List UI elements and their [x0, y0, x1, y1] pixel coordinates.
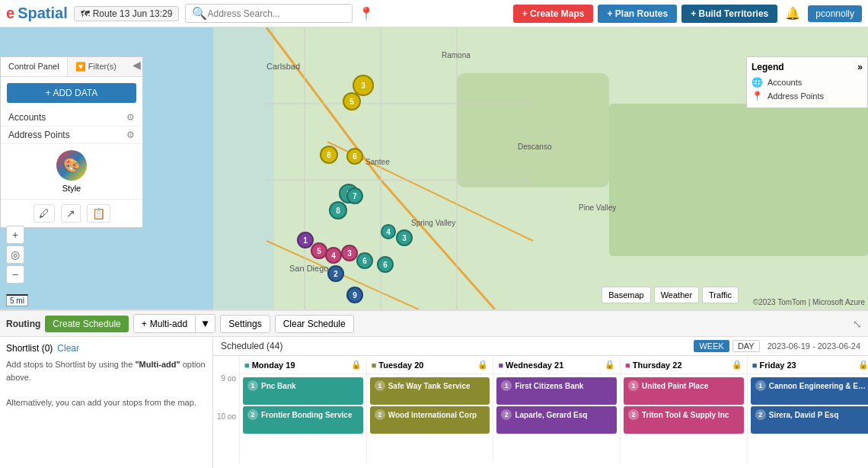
event-name-1-1: Wood International Corp — [388, 411, 477, 419]
event-card-3-1[interactable]: 2Triton Tool & Supply Inc — [624, 406, 744, 434]
day-events-2: 1First Citizens Bank2Laparle, Gerard Esq — [493, 374, 620, 435]
tab-control-panel[interactable]: Control Panel — [1, 57, 68, 76]
event-name-3-1: Triton Tool & Supply Inc — [642, 411, 729, 419]
style-section: 🎨 Style — [1, 144, 142, 199]
event-card-0-1[interactable]: 2Frontier Bonding Service — [243, 406, 363, 434]
header-actions: + Create Maps + Plan Routes + Build Terr… — [513, 5, 862, 23]
zoom-in-button[interactable]: + — [6, 226, 24, 244]
day-col-0: ■Monday 19🔒1Pnc Bank2Frontier Bonding Se… — [240, 356, 367, 463]
multi-add-dropdown[interactable]: ▼ — [196, 315, 215, 332]
marker-13[interactable]: 6 — [356, 252, 373, 269]
header: eSpatial 🗺 Route 13 Jun 13:29 🔍 📍 + Crea… — [0, 0, 868, 27]
event-name-1-0: Safe Way Tank Service — [388, 382, 471, 390]
clear-schedule-button[interactable]: Clear Schedule — [275, 315, 354, 333]
legend-address-icon: 📍 — [752, 91, 763, 101]
event-card-0-0[interactable]: 1Pnc Bank — [243, 377, 363, 405]
calendar-grid: 9 oo 10 oo ■Monday 19🔒1Pnc Bank2Frontier… — [213, 356, 868, 463]
marker-12[interactable]: 3 — [341, 245, 358, 261]
marker-15[interactable]: 3 — [396, 229, 413, 246]
day-events-0: 1Pnc Bank2Frontier Bonding Service — [240, 374, 366, 435]
traffic-button[interactable]: Traffic — [702, 287, 739, 303]
location-pin-icon[interactable]: 📍 — [359, 6, 374, 21]
marker-2[interactable]: 5 — [343, 92, 361, 111]
day-header-4: ■Friday 23🔒 — [748, 356, 868, 374]
panel-tool-2[interactable]: ↗ — [61, 204, 81, 223]
marker-4[interactable]: 6 — [346, 148, 363, 165]
routing-content: Shortlist (0) Clear Add stops to Shortli… — [0, 337, 868, 468]
zoom-out-button[interactable]: − — [6, 265, 24, 284]
location-button[interactable]: ◎ — [6, 245, 24, 264]
day-header-3: ■Thursday 22🔒 — [621, 356, 747, 374]
schedule-panel: Scheduled (44) WEEK DAY 2023-06-19 - 202… — [213, 337, 868, 468]
shortlist-panel: Shortlist (0) Clear Add stops to Shortli… — [0, 337, 213, 468]
create-maps-button[interactable]: + Create Maps — [513, 5, 594, 23]
shortlist-hint: Add stops to Shortlist by using the "Mul… — [6, 358, 206, 409]
search-bar[interactable]: 🔍 — [185, 4, 353, 23]
marker-17[interactable]: 9 — [346, 287, 363, 303]
logo[interactable]: eSpatial — [6, 5, 68, 22]
accounts-item: Accounts ⚙ — [1, 109, 142, 127]
map-area[interactable]: Carlsbad Ramona Descanso Pine Valley Spr… — [0, 27, 868, 309]
marker-14[interactable]: 6 — [377, 256, 394, 273]
event-card-1-0[interactable]: 1Safe Way Tank Service — [370, 377, 490, 405]
basemap-button[interactable]: Basemap — [602, 287, 650, 303]
event-card-4-1[interactable]: 2Sirera, David P Esq — [751, 406, 868, 434]
expand-icon[interactable]: ⤡ — [853, 318, 862, 330]
event-num-1-1: 2 — [375, 409, 385, 420]
multi-add-button[interactable]: + Multi-add — [134, 316, 196, 332]
svg-rect-3 — [457, 73, 609, 188]
week-toggle[interactable]: WEEK — [694, 340, 729, 352]
build-territories-button[interactable]: + Build Territories — [681, 5, 777, 23]
style-icon[interactable]: 🎨 — [56, 150, 87, 181]
svg-text:Ramona: Ramona — [442, 51, 471, 59]
routing-toolbar: Routing Create Schedule + Multi-add ▼ Se… — [0, 311, 868, 337]
time-column: 9 oo 10 oo — [213, 356, 240, 463]
day-col-1: ■Tuesday 20🔒1Safe Way Tank Service2Wood … — [367, 356, 494, 463]
panel-tool-3[interactable]: 📋 — [87, 204, 110, 223]
legend-expand-button[interactable]: » — [857, 62, 863, 72]
shortlist-clear-button[interactable]: Clear — [57, 343, 79, 354]
legend-accounts: 🌐 Accounts — [752, 75, 863, 89]
weather-button[interactable]: Weather — [654, 287, 699, 303]
route-badge: 🗺 Route 13 Jun 13:29 — [74, 6, 180, 21]
day-toggle[interactable]: DAY — [732, 340, 760, 352]
left-panel: Control Panel 🔽 Filter(s) ◀ + ADD DATA A… — [0, 56, 143, 228]
event-name-0-1: Frontier Bonding Service — [261, 411, 352, 419]
marker-8[interactable]: 4 — [381, 224, 396, 239]
event-card-2-1[interactable]: 2Laparle, Gerard Esq — [496, 406, 617, 434]
create-schedule-button[interactable]: Create Schedule — [45, 316, 128, 332]
event-num-0-0: 1 — [247, 380, 258, 391]
svg-text:Pine Valley: Pine Valley — [579, 204, 616, 212]
event-card-1-1[interactable]: 2Wood International Corp — [370, 406, 490, 434]
plan-routes-button[interactable]: + Plan Routes — [598, 5, 677, 23]
day-col-4: ■Friday 23🔒1Cannon Engineering & Equip C… — [748, 356, 868, 463]
panel-collapse-button[interactable]: ◀ — [132, 59, 141, 71]
day-label-1: ■Tuesday 20 — [372, 361, 424, 370]
schedule-controls: WEEK DAY 2023-06-19 - 2023-06-24 — [694, 340, 860, 352]
settings-button[interactable]: Settings — [220, 315, 270, 333]
notifications-icon[interactable]: 🔔 — [782, 6, 803, 21]
shortlist-header: Shortlist (0) Clear — [6, 343, 206, 354]
marker-7[interactable]: 7 — [346, 188, 363, 204]
event-card-2-0[interactable]: 1First Citizens Bank — [496, 377, 617, 405]
event-card-4-0[interactable]: 1Cannon Engineering & Equip Co — [751, 377, 868, 405]
user-menu[interactable]: pconnolly — [808, 5, 862, 22]
marker-11[interactable]: 4 — [325, 247, 342, 264]
svg-text:Santee: Santee — [365, 158, 390, 166]
marker-16[interactable]: 2 — [327, 265, 344, 282]
event-card-3-0[interactable]: 1United Paint Place — [624, 377, 744, 405]
add-data-button[interactable]: + ADD DATA — [7, 83, 136, 103]
marker-6[interactable]: 8 — [329, 201, 347, 220]
accounts-settings-icon[interactable]: ⚙ — [126, 112, 135, 123]
panel-tool-1[interactable]: 🖊 — [34, 204, 55, 223]
map-scale: 5 mi — [6, 294, 28, 306]
address-search-input[interactable] — [207, 8, 346, 19]
day-label-4: ■Friday 23 — [752, 361, 796, 370]
address-settings-icon[interactable]: ⚙ — [126, 130, 135, 140]
style-label: Style — [62, 184, 81, 193]
address-points-item: Address Points ⚙ — [1, 127, 142, 144]
event-num-1-0: 1 — [375, 380, 385, 391]
marker-3[interactable]: 8 — [320, 146, 338, 164]
tab-filter[interactable]: 🔽 Filter(s) — [68, 57, 124, 76]
multi-add-group: + Multi-add ▼ — [133, 314, 216, 333]
